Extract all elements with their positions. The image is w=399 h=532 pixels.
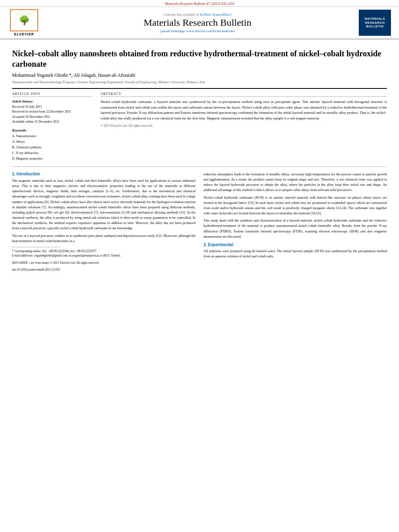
available-date: Available online 31 December 2011 [12, 119, 93, 124]
revised-date: Received in revised form 22 December 201… [12, 109, 93, 114]
issn-line: 0025-5408/$ – see front matter © 2011 El… [12, 261, 195, 265]
journal-badge-area: MATERIALSRESEARCHBULLETIN [351, 10, 391, 36]
experimental-para: All solutions were prepared using de-ion… [204, 249, 387, 259]
journal-header: 🌳 ELSEVIER Contents lists available at S… [0, 7, 399, 39]
doi-line: doi:10.1016/j.materresbull.2011.12.033 [12, 268, 195, 271]
article-title: Nickel–cobalt alloy nanosheets obtained … [12, 48, 387, 69]
elsevier-tree-icon: 🌳 [19, 15, 30, 26]
journal-citation: Materials Research Bulletin 47 (2012) 63… [0, 0, 399, 7]
elsevier-logo: 🌳 ELSEVIER [4, 9, 44, 36]
elsevier-wordmark: ELSEVIER [14, 32, 34, 36]
footnote-email: E-mail addresses: yeganehghotbi@gmail.co… [12, 253, 195, 258]
history-label: Article history: [12, 99, 93, 103]
journal-title: Materials Research Bulletin [44, 17, 351, 28]
authors: Mohammad Yeganeh Ghotbi *, Ali Jolagah, … [12, 72, 387, 78]
right-para-3: This study deals with the synthesis and … [204, 218, 387, 239]
abstract-label: ABSTRACT [101, 92, 387, 97]
main-content: Nickel–cobalt alloy nanosheets obtained … [0, 39, 399, 275]
accepted-date: Accepted 26 December 2011 [12, 115, 93, 119]
introduction-heading: 1. Introduction [12, 172, 195, 176]
journal-center: Contents lists available at SciVerse Sci… [44, 12, 351, 33]
left-body-col: 1. Introduction The magnetic materials s… [12, 172, 195, 272]
journal-badge: MATERIALSRESEARCHBULLETIN [359, 10, 391, 36]
badge-title-text: MATERIALSRESEARCHBULLETIN [365, 17, 385, 29]
keyword-2: A. Alloys [12, 139, 93, 145]
keywords-block: Keywords: A. Nanostructures A. Alloys B.… [12, 128, 93, 162]
intro-para-2: The use of a layered precursor enables u… [12, 233, 195, 244]
journal-homepage: journal homepage: www.elsevier.com/locat… [44, 29, 351, 33]
body-section: 1. Introduction The magnetic materials s… [12, 172, 387, 272]
sciverse-anchor[interactable]: SciVerse ScienceDirect [200, 12, 232, 16]
footnote-corresponding: * Corresponding author. Tel.: +98 851223… [12, 249, 195, 253]
sciverse-link: Contents lists available at SciVerse Sci… [44, 12, 351, 16]
elsevier-logo-area: 🌳 ELSEVIER [4, 9, 44, 36]
keyword-1: A. Nanostructures [12, 134, 93, 139]
article-info-column: ARTICLE INFO Article history: Received 1… [12, 92, 93, 162]
affiliation: Nanomaterials and Nanotechnology Program… [12, 80, 387, 84]
right-para-2: Nickel–cobalt hydroxide carbonate (NCH) … [204, 195, 387, 216]
keywords-label: Keywords: [12, 128, 93, 132]
info-abstract-section: ARTICLE INFO Article history: Received 1… [12, 88, 387, 162]
keyword-4: C. X-ray diffraction [12, 150, 93, 156]
keyword-5: D. Magnetic properties [12, 156, 93, 162]
footnote-divider [12, 247, 60, 247]
right-body-col: reduction atmosphere leads to the format… [204, 172, 387, 272]
experimental-heading: 2. Experimental [204, 242, 387, 247]
received-date: Received 16 July 2011 [12, 105, 93, 109]
elsevier-box: 🌳 [10, 9, 38, 31]
article-history: Article history: Received 16 July 2011 R… [12, 99, 93, 124]
copyright-line: © 2011 Elsevier Ltd. All rights reserved… [101, 124, 387, 127]
intro-para-1: The magnetic materials such as iron, nic… [12, 178, 195, 231]
section-divider [12, 166, 387, 167]
right-para-1: reduction atmosphere leads to the format… [204, 172, 387, 193]
abstract-column: ABSTRACT Nickel–cobalt hydroxide carbona… [101, 92, 387, 162]
keyword-3: B. Chemical synthesis [12, 145, 93, 150]
article-info-label: ARTICLE INFO [12, 92, 93, 97]
abstract-text: Nickel–cobalt hydroxide carbonate, a lay… [101, 99, 387, 121]
